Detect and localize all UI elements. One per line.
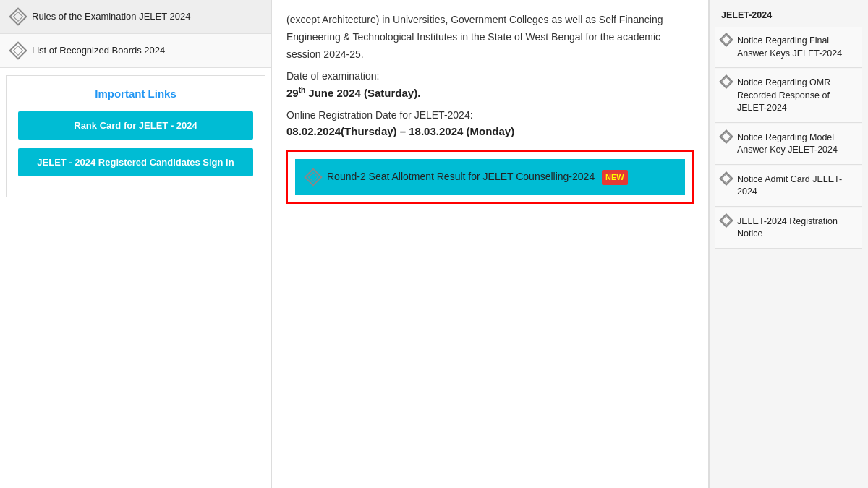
reg-label: Online Registration Date for JELET-2024:	[286, 109, 694, 121]
right-diamond-4	[719, 171, 733, 186]
right-sidebar: JELET-2024 Notice Regarding Final Answer…	[709, 0, 868, 488]
right-top-text: JELET-2024	[715, 6, 862, 27]
date-label: Date of examination:	[286, 70, 694, 82]
reg-date: 08.02.2024(Thursday) – 18.03.2024 (Monda…	[286, 125, 694, 137]
sidebar-item-rules-text: Rules of the Examination JELET 2024	[32, 10, 190, 23]
right-diamond-3	[719, 129, 733, 144]
left-sidebar: Rules of the Examination JELET 2024 List…	[0, 0, 271, 488]
right-diamond-1	[719, 33, 733, 47]
right-diamond-5	[719, 213, 733, 228]
diamond-icon-2	[9, 42, 27, 60]
date-day: 29	[286, 87, 299, 99]
right-item-text-5: JELET-2024 Registration Notice	[737, 215, 856, 241]
important-links-box: Important Links Rank Card for JELET - 20…	[6, 75, 265, 197]
main-content: (except Architecture) in Universities, G…	[271, 0, 709, 488]
result-box-text: Round-2 Seat Allotment Result for JELET …	[327, 169, 628, 185]
right-item-text-1: Notice Regarding Final Answer Keys JELET…	[737, 35, 856, 60]
right-item-text-4: Notice Admit Card JELET-2024	[737, 174, 856, 199]
right-item-admit-card[interactable]: Notice Admit Card JELET-2024	[715, 166, 862, 207]
result-diamond-icon	[304, 168, 322, 186]
result-box-outer: Round-2 Seat Allotment Result for JELET …	[286, 150, 694, 204]
rank-card-button[interactable]: Rank Card for JELET - 2024	[18, 111, 253, 140]
right-item-text-3: Notice Regarding Model Answer Key JELET-…	[737, 132, 856, 157]
right-item-omr-recorded[interactable]: Notice Regarding OMR Recorded Response o…	[715, 69, 862, 123]
intro-text: (except Architecture) in Universities, G…	[286, 12, 694, 63]
right-item-text-2: Notice Regarding OMR Recorded Response o…	[737, 77, 856, 115]
diamond-icon	[9, 7, 27, 25]
date-rest: June 2024 (Saturday).	[305, 87, 420, 99]
right-item-final-answer-keys[interactable]: Notice Regarding Final Answer Keys JELET…	[715, 27, 862, 68]
result-text-content: Round-2 Seat Allotment Result for JELET …	[327, 171, 595, 182]
sidebar-item-boards-text: List of Recognized Boards 2024	[32, 44, 165, 57]
important-links-title: Important Links	[18, 87, 253, 100]
sidebar-item-recognized-boards[interactable]: List of Recognized Boards 2024	[0, 34, 271, 68]
new-badge: NEW	[602, 170, 628, 185]
date-value: 29th June 2024 (Saturday).	[286, 86, 694, 99]
right-item-model-answer[interactable]: Notice Regarding Model Answer Key JELET-…	[715, 124, 862, 165]
sidebar-item-rules[interactable]: Rules of the Examination JELET 2024	[0, 0, 271, 34]
right-item-registration-notice[interactable]: JELET-2024 Registration Notice	[715, 208, 862, 249]
date-sup: th	[299, 86, 305, 94]
result-box-inner[interactable]: Round-2 Seat Allotment Result for JELET …	[295, 159, 685, 195]
right-diamond-2	[719, 74, 733, 89]
registered-candidates-button[interactable]: JELET - 2024 Registered Candidates Sign …	[18, 148, 253, 176]
